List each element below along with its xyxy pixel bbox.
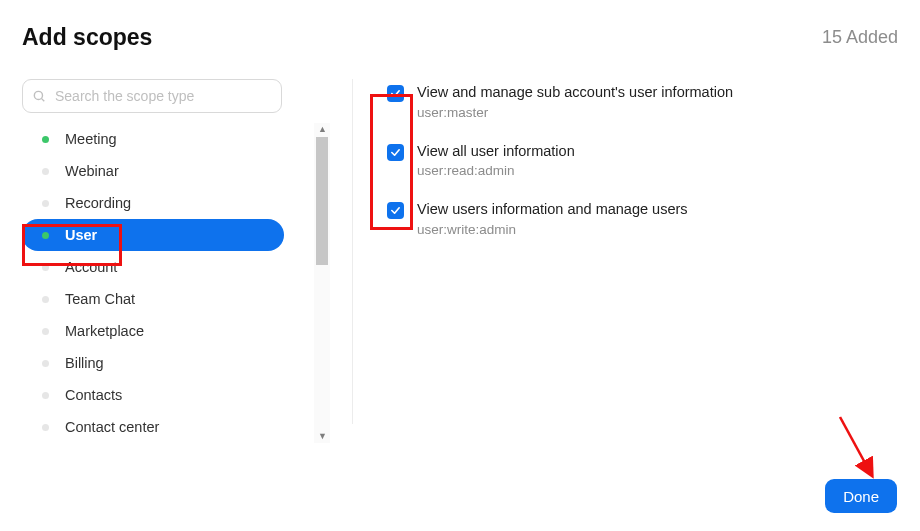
sidebar-item-contact-center[interactable]: Contact center — [22, 411, 284, 443]
sidebar-item-meeting[interactable]: Meeting — [22, 123, 284, 155]
scope-row: View all user informationuser:read:admin — [387, 142, 898, 179]
scroll-down-arrow-icon[interactable]: ▼ — [318, 432, 327, 441]
sidebar-item-label: Recording — [65, 195, 131, 211]
search-field-wrap — [22, 79, 282, 113]
status-dot-icon — [42, 264, 49, 271]
sidebar-item-label: Contacts — [65, 387, 122, 403]
scope-checkbox[interactable] — [387, 144, 404, 161]
scope-identifier: user:read:admin — [417, 163, 575, 178]
search-input[interactable] — [22, 79, 282, 113]
sidebar-item-label: Billing — [65, 355, 104, 371]
status-dot-icon — [42, 200, 49, 207]
scopes-panel: View and manage sub account's user infor… — [387, 79, 898, 461]
sidebar-item-label: Team Chat — [65, 291, 135, 307]
scrollbar-thumb[interactable] — [316, 137, 328, 265]
status-dot-icon — [42, 232, 49, 239]
sidebar-item-marketplace[interactable]: Marketplace — [22, 315, 284, 347]
svg-point-0 — [34, 91, 42, 99]
sidebar-item-contacts[interactable]: Contacts — [22, 379, 284, 411]
sidebar-item-label: Account — [65, 259, 117, 275]
scope-title: View and manage sub account's user infor… — [417, 83, 733, 103]
sidebar-item-label: Meeting — [65, 131, 117, 147]
scope-identifier: user:master — [417, 105, 733, 120]
status-dot-icon — [42, 168, 49, 175]
status-dot-icon — [42, 392, 49, 399]
vertical-divider — [352, 79, 353, 424]
sidebar-item-account[interactable]: Account — [22, 251, 284, 283]
sidebar-item-label: Webinar — [65, 163, 119, 179]
search-icon — [32, 89, 46, 103]
scope-checkbox[interactable] — [387, 85, 404, 102]
sidebar-item-recording[interactable]: Recording — [22, 187, 284, 219]
sidebar-item-label: Marketplace — [65, 323, 144, 339]
status-dot-icon — [42, 136, 49, 143]
scope-row: View users information and manage usersu… — [387, 200, 898, 237]
status-dot-icon — [42, 328, 49, 335]
scrollbar[interactable]: ▲ ▼ — [314, 123, 330, 443]
scroll-up-arrow-icon[interactable]: ▲ — [318, 125, 327, 134]
scope-title: View all user information — [417, 142, 575, 162]
sidebar-item-label: Contact center — [65, 419, 159, 435]
sidebar-item-webinar[interactable]: Webinar — [22, 155, 284, 187]
scope-row: View and manage sub account's user infor… — [387, 83, 898, 120]
sidebar-item-label: User — [65, 227, 97, 243]
status-dot-icon — [42, 360, 49, 367]
scope-type-list: MeetingWebinarRecordingUserAccountTeam C… — [22, 123, 284, 443]
added-count: 15 Added — [822, 27, 898, 48]
scope-identifier: user:write:admin — [417, 222, 688, 237]
done-button[interactable]: Done — [825, 479, 897, 513]
sidebar-item-billing[interactable]: Billing — [22, 347, 284, 379]
scope-checkbox[interactable] — [387, 202, 404, 219]
status-dot-icon — [42, 296, 49, 303]
page-title: Add scopes — [22, 24, 152, 51]
sidebar-item-team-chat[interactable]: Team Chat — [22, 283, 284, 315]
scope-title: View users information and manage users — [417, 200, 688, 220]
sidebar-item-user[interactable]: User — [22, 219, 284, 251]
svg-line-1 — [42, 99, 45, 102]
status-dot-icon — [42, 424, 49, 431]
